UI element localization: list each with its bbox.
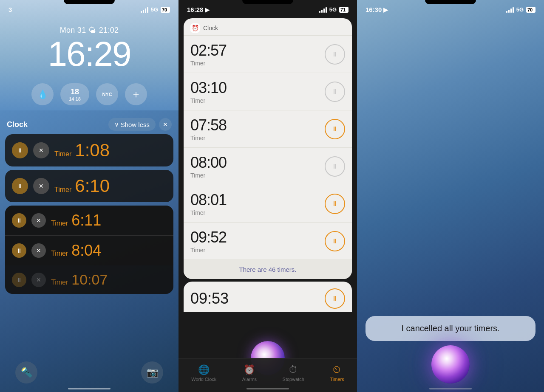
- timer-3-label: Timer 6:11: [51, 212, 167, 229]
- timer-4-label: Timer 8:04: [51, 242, 167, 259]
- temperature-widget[interactable]: 18 14 18: [60, 83, 89, 105]
- lock-time-display: 16:29: [0, 37, 178, 71]
- timer-1-time: 02:57: [190, 42, 325, 59]
- timer-list-item-5[interactable]: 08:01 Timer ⏸: [184, 185, 352, 222]
- timer-5-pause-circle[interactable]: ⏸: [325, 194, 345, 214]
- stopwatch-icon: ⏱: [289, 364, 298, 375]
- clock-bottom-timer-row: 09:53 ⏸: [189, 285, 347, 312]
- siri-orb[interactable]: [431, 345, 470, 384]
- tab-timers[interactable]: ⏲ Timers: [330, 364, 344, 382]
- clock-tab-bar: 🌐 World Clock ⏰ Alarms ⏱ Stopwatch ⏲ Tim…: [178, 358, 357, 392]
- location-icon: ▶: [205, 6, 210, 13]
- clock-bottom-pause-circle[interactable]: ⏸: [325, 288, 345, 309]
- siri-response-bubble: I cancelled all your timers.: [366, 316, 536, 341]
- pause-icon: ⏸: [332, 200, 338, 208]
- timer-4-pause-button[interactable]: ⏸: [12, 243, 26, 258]
- world-clock-icon: 🌐: [198, 364, 210, 375]
- timer-5-label: Timer 10:07: [51, 271, 167, 288]
- lock-date-line: Mon 31 🌤 21:02: [0, 26, 178, 35]
- water-widget[interactable]: 💧: [31, 83, 54, 105]
- pause-icon: ⏸: [16, 217, 22, 224]
- lock-bottom-row: 🔦 📷: [0, 361, 178, 384]
- signal-bars-icon: [319, 7, 327, 13]
- timers-icon: ⏲: [332, 364, 342, 375]
- timer-3-info: 07:58 Timer: [190, 116, 325, 141]
- timer-6-pause-circle[interactable]: ⏸: [325, 231, 345, 251]
- pause-icon: ⏸: [332, 51, 338, 58]
- nyc-clock-widget[interactable]: NYC: [96, 83, 118, 105]
- tab-alarms[interactable]: ⏰ Alarms: [242, 364, 257, 382]
- timer-2-pause-button[interactable]: ⏸: [12, 178, 28, 194]
- clock-app-name-label: Clock: [203, 25, 218, 31]
- timer-4-label: Timer: [190, 172, 325, 179]
- timer-4-pause-circle[interactable]: ⏸: [325, 156, 345, 177]
- stopwatch-label: Stopwatch: [283, 377, 304, 382]
- timer-list-item-4[interactable]: 08:00 Timer ⏸: [184, 147, 352, 185]
- water-icon: 💧: [37, 89, 48, 99]
- show-less-button[interactable]: ∨ Show less: [108, 118, 156, 131]
- close-icon: ✕: [39, 147, 44, 154]
- alarms-icon: ⏰: [244, 364, 255, 375]
- pause-icon: ⏸: [17, 183, 23, 189]
- timer-6-label: Timer: [190, 247, 325, 254]
- timer-4-word: Timer: [51, 250, 68, 257]
- timer-3-label: Timer: [190, 135, 325, 141]
- lock-date-row: Mon 31 🌤 21:02 16:29: [0, 26, 178, 71]
- timer-3-pause-circle[interactable]: ⏸: [325, 119, 345, 139]
- signal-bars-icon: [506, 7, 514, 13]
- timer-2-time: 03:10: [190, 79, 325, 97]
- timer-5-close-button[interactable]: ✕: [31, 273, 46, 287]
- pause-icon: ⏸: [16, 247, 22, 254]
- timer-3-pause-button[interactable]: ⏸: [12, 213, 26, 228]
- home-indicator: [246, 388, 289, 389]
- timer-4-time: 8:04: [71, 242, 101, 259]
- timer-notification-2: ⏸ ✕ Timer 6:10: [5, 170, 173, 202]
- show-less-label: Show less: [121, 121, 150, 128]
- timer-list-item-3[interactable]: 07:58 Timer ⏸: [184, 110, 352, 147]
- timer-4-close-button[interactable]: ✕: [31, 243, 46, 258]
- home-indicator: [68, 388, 110, 389]
- pause-icon: ⏸: [16, 276, 22, 283]
- timer-5-time: 10:07: [71, 271, 108, 288]
- timer-4-time: 08:00: [190, 154, 325, 172]
- timer-5-pause-button[interactable]: ⏸: [12, 273, 26, 287]
- timer-5-time: 08:01: [190, 191, 325, 209]
- lock-screen-panel: 3 5G 70 Mon 31 🌤 21:02 16:29 💧 18 14 18: [0, 0, 178, 392]
- timer-notification-4: ⏸ ✕ Timer 8:04: [5, 236, 173, 265]
- nyc-label: NYC: [102, 92, 112, 97]
- clock-bottom-time: 09:53: [190, 290, 325, 307]
- timer-notification-1: ⏸ ✕ Timer 1:08: [5, 134, 173, 166]
- lock-status-bar: 3 5G 70: [0, 0, 178, 13]
- clock-icon: ⏰: [192, 25, 199, 31]
- clock-notification-card: ⏰ Clock 02:57 Timer ⏸ 03:10 Timer ⏸: [184, 18, 352, 279]
- timer-list-item-2[interactable]: 03:10 Timer ⏸: [184, 73, 352, 110]
- timer-1-label: Timer 1:08: [54, 140, 167, 161]
- timer-list-item-6[interactable]: 09:52 Timer ⏸: [184, 222, 352, 259]
- close-notification-button[interactable]: ✕: [159, 118, 172, 131]
- camera-button[interactable]: 📷: [141, 361, 163, 384]
- flashlight-button[interactable]: 🔦: [15, 361, 37, 384]
- timer-1-pause-button[interactable]: ⏸: [12, 142, 28, 158]
- signal-bars-icon: [141, 7, 148, 13]
- clock-bottom-partial-card: 09:53 ⏸: [184, 282, 352, 312]
- clock-notification-label: Clock: [7, 120, 28, 129]
- timer-1-info: 02:57 Timer: [190, 42, 325, 67]
- tab-stopwatch[interactable]: ⏱ Stopwatch: [283, 364, 304, 382]
- timer-3-close-button[interactable]: ✕: [31, 213, 46, 228]
- battery-indicator: 71: [339, 7, 348, 13]
- tab-world-clock[interactable]: 🌐 World Clock: [191, 364, 216, 382]
- timer-notification-5: ⏸ ✕ Timer 10:07: [5, 265, 173, 294]
- health-plus-icon: ＋: [131, 87, 141, 101]
- camera-icon: 📷: [147, 367, 158, 378]
- pause-icon: ⏸: [332, 88, 338, 96]
- timer-list-item-1[interactable]: 02:57 Timer ⏸: [184, 35, 352, 73]
- timer-1-close-button[interactable]: ✕: [33, 142, 49, 158]
- timer-1-time: 1:08: [75, 140, 110, 161]
- timer-2-info: 03:10 Timer: [190, 79, 325, 104]
- health-widget[interactable]: ＋: [125, 83, 147, 105]
- timer-1-pause-circle[interactable]: ⏸: [325, 44, 345, 65]
- timer-2-pause-circle[interactable]: ⏸: [325, 82, 345, 102]
- location-icon: ▶: [383, 6, 388, 13]
- timer-2-close-button[interactable]: ✕: [33, 178, 49, 194]
- lock-widgets-row: 💧 18 14 18 NYC ＋: [0, 83, 178, 105]
